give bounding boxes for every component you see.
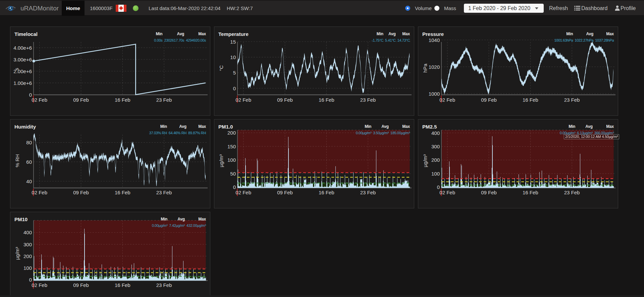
svg-text:400: 400 bbox=[23, 230, 32, 235]
svg-text:16 Feb: 16 Feb bbox=[115, 190, 130, 195]
svg-text:16 Feb: 16 Feb bbox=[115, 97, 130, 103]
svg-text:5: 5 bbox=[233, 70, 236, 76]
svg-text:23 Feb: 23 Feb bbox=[156, 190, 172, 195]
svg-text:150: 150 bbox=[227, 144, 236, 149]
svg-text:100: 100 bbox=[431, 171, 440, 177]
svg-text:02 Feb: 02 Feb bbox=[32, 97, 47, 103]
svg-text:09 Feb: 09 Feb bbox=[481, 97, 497, 103]
svg-text:10: 10 bbox=[230, 54, 236, 60]
svg-text:60: 60 bbox=[26, 159, 32, 165]
svg-text:µg/m³: µg/m³ bbox=[422, 154, 428, 167]
svg-text:16 Feb: 16 Feb bbox=[319, 190, 334, 195]
svg-text:0: 0 bbox=[233, 86, 236, 91]
svg-text:23 Feb: 23 Feb bbox=[564, 190, 580, 195]
svg-text:300: 300 bbox=[431, 144, 440, 149]
svg-text:200: 200 bbox=[227, 130, 236, 136]
svg-text:80: 80 bbox=[26, 140, 32, 145]
svg-text:3.00e+6: 3.00e+6 bbox=[13, 57, 32, 62]
svg-text:15: 15 bbox=[230, 39, 236, 45]
svg-text:02 Feb: 02 Feb bbox=[32, 190, 47, 195]
svg-text:4.00e+6: 4.00e+6 bbox=[13, 45, 32, 51]
svg-text:hPa: hPa bbox=[422, 63, 428, 72]
svg-text:16 Feb: 16 Feb bbox=[319, 97, 334, 103]
svg-text:100: 100 bbox=[23, 265, 32, 271]
svg-text:1000: 1000 bbox=[429, 91, 440, 97]
svg-text:200: 200 bbox=[431, 157, 440, 163]
svg-text:02 Feb: 02 Feb bbox=[32, 282, 47, 288]
svg-text:0: 0 bbox=[29, 92, 32, 98]
svg-text:16 Feb: 16 Feb bbox=[523, 190, 538, 195]
svg-text:09 Feb: 09 Feb bbox=[277, 97, 293, 103]
svg-text:23 Feb: 23 Feb bbox=[156, 282, 172, 288]
svg-text:09 Feb: 09 Feb bbox=[277, 190, 293, 195]
svg-text:1020: 1020 bbox=[429, 64, 440, 70]
svg-text:23 Feb: 23 Feb bbox=[360, 190, 376, 195]
svg-text:16 Feb: 16 Feb bbox=[115, 282, 130, 288]
svg-text:09 Feb: 09 Feb bbox=[73, 282, 89, 288]
svg-text:1040: 1040 bbox=[429, 37, 440, 43]
svg-text:s: s bbox=[14, 68, 19, 70]
svg-text:200: 200 bbox=[23, 253, 32, 259]
svg-text:23 Feb: 23 Feb bbox=[360, 97, 376, 103]
svg-text:23 Feb: 23 Feb bbox=[156, 97, 172, 103]
svg-text:°C: °C bbox=[218, 65, 224, 71]
svg-text:09 Feb: 09 Feb bbox=[481, 190, 497, 195]
svg-text:300: 300 bbox=[23, 242, 32, 247]
svg-text:23 Feb: 23 Feb bbox=[564, 97, 580, 103]
svg-text:16 Feb: 16 Feb bbox=[523, 97, 538, 103]
svg-text:09 Feb: 09 Feb bbox=[73, 97, 89, 103]
svg-text:µg/m³: µg/m³ bbox=[218, 154, 224, 167]
svg-text:% RH: % RH bbox=[14, 154, 20, 167]
svg-text:40: 40 bbox=[26, 179, 32, 184]
svg-text:1.00e+6: 1.00e+6 bbox=[13, 80, 32, 86]
svg-text:100: 100 bbox=[227, 157, 236, 163]
svg-text:02 Feb: 02 Feb bbox=[439, 190, 455, 195]
svg-text:02 Feb: 02 Feb bbox=[439, 97, 455, 103]
svg-text:400: 400 bbox=[431, 130, 440, 136]
svg-text:02 Feb: 02 Feb bbox=[235, 97, 251, 103]
svg-text:09 Feb: 09 Feb bbox=[73, 190, 89, 195]
svg-text:50: 50 bbox=[230, 171, 236, 177]
svg-text:02 Feb: 02 Feb bbox=[235, 190, 251, 195]
svg-text:µg/m³: µg/m³ bbox=[14, 247, 20, 260]
